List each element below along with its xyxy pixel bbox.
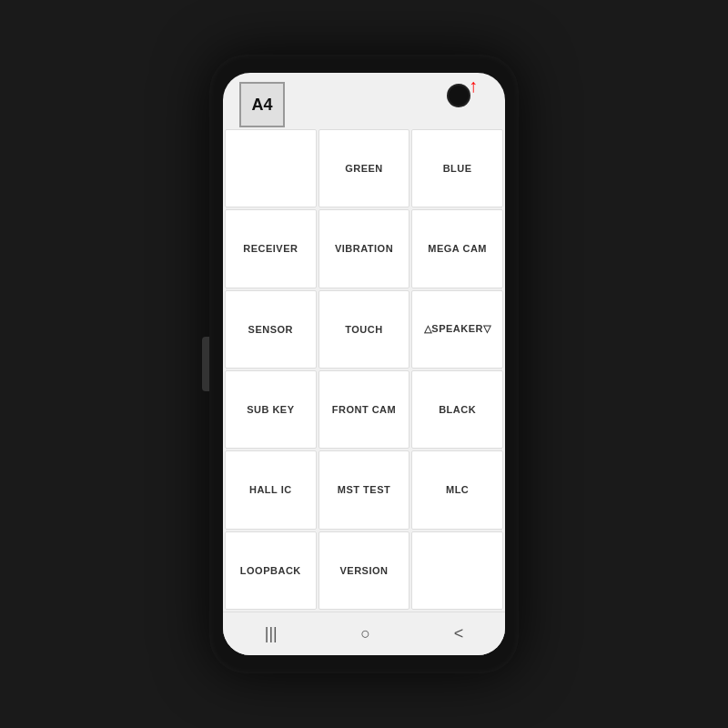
- phone-device: ↑ A4 GREENBLUERECEIVERVIBRATIONMEGA CAMS…: [209, 55, 519, 673]
- navigation-bar: ||| ○ <: [223, 612, 505, 655]
- back-button[interactable]: <: [454, 624, 464, 643]
- grid-cell-r3c2[interactable]: TOUCH: [318, 290, 410, 369]
- grid-cell-r4c2[interactable]: FRONT CAM: [318, 370, 410, 449]
- grid-cell-r1c2[interactable]: GREEN: [318, 129, 410, 207]
- grid-cell-r5c1[interactable]: HALL IC: [225, 450, 317, 529]
- front-camera-hole: [449, 86, 469, 106]
- grid-cell-r2c1[interactable]: RECEIVER: [225, 209, 317, 288]
- red-arrow-annotation: ↑: [469, 76, 478, 95]
- grid-cell-r3c1[interactable]: SENSOR: [225, 290, 317, 369]
- grid-cell-r6c2[interactable]: VERSION: [318, 531, 410, 610]
- side-tab: [202, 337, 209, 391]
- grid-cell-r2c3[interactable]: MEGA CAM: [411, 209, 503, 288]
- recent-apps-button[interactable]: |||: [265, 624, 278, 643]
- grid-cell-r4c1[interactable]: SUB KEY: [225, 370, 317, 449]
- grid-cell-r1c1[interactable]: [225, 129, 317, 207]
- phone-screen: ↑ A4 GREENBLUERECEIVERVIBRATIONMEGA CAMS…: [223, 73, 505, 655]
- grid-cell-r4c3[interactable]: BLACK: [411, 370, 503, 449]
- grid-cell-r5c3[interactable]: MLC: [411, 450, 503, 529]
- grid-cell-r3c3[interactable]: △SPEAKER▽: [411, 290, 503, 369]
- grid-cell-r5c2[interactable]: MST TEST: [318, 450, 410, 529]
- label-sticker: A4: [239, 82, 285, 127]
- home-button[interactable]: ○: [360, 624, 370, 643]
- grid-cell-r6c1[interactable]: LOOPBACK: [225, 531, 317, 610]
- grid-cell-r2c2[interactable]: VIBRATION: [318, 209, 410, 288]
- test-grid: GREENBLUERECEIVERVIBRATIONMEGA CAMSENSOR…: [223, 127, 505, 612]
- grid-cell-r6c3[interactable]: [411, 531, 503, 610]
- grid-cell-r1c3[interactable]: BLUE: [411, 129, 503, 207]
